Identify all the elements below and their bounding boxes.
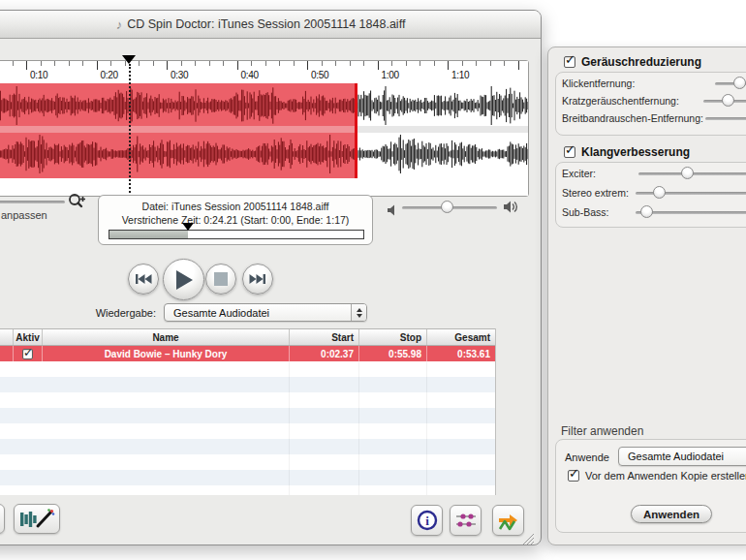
copy-before-apply-checkbox[interactable]	[568, 470, 579, 482]
table-empty-rows[interactable]	[0, 361, 495, 495]
title-bar[interactable]: ♪ CD Spin Doctor: iTunes Session 2005111…	[0, 11, 541, 39]
previous-button[interactable]	[128, 264, 159, 295]
popup-arrows-icon	[351, 304, 366, 321]
waveform-display[interactable]	[0, 83, 528, 196]
auto-define-tracks-button[interactable]	[14, 504, 60, 534]
sound-enhancement-checkbox[interactable]	[564, 146, 575, 158]
info-icon: i	[417, 510, 438, 531]
table-row-selected[interactable]: David Bowie – Hunky Dory 0:02.37 0:55.98…	[0, 346, 495, 361]
stereo-extreme-label: Stereo extrem:	[562, 187, 629, 199]
exciter-label: Exciter:	[562, 168, 596, 179]
playback-mode-popup[interactable]: Gesamte Audiodatei	[164, 303, 367, 322]
scratch-removal-label: Kratzgeräuschentfernung:	[562, 95, 679, 107]
table-header: Aktiv Name Start Stop Gesamt	[0, 328, 495, 346]
apply-button[interactable]: Anwenden	[631, 505, 712, 523]
sliders-icon	[454, 510, 478, 531]
row-start-cell: 0:02.37	[290, 346, 359, 361]
header-gesamt[interactable]: Gesamt	[427, 329, 495, 345]
playhead-marker[interactable]	[122, 55, 136, 64]
scratch-removal-slider[interactable]	[703, 100, 746, 103]
selection-waveform-1	[0, 85, 355, 126]
sub-bass-label: Sub-Bass:	[562, 206, 608, 218]
zoom-in-icon[interactable]	[67, 192, 86, 215]
noise-reduction-checkbox[interactable]	[564, 56, 575, 68]
click-removal-slider[interactable]	[715, 82, 746, 85]
elapsed-time-text: Verstrichene Zeit: 0:24.21 (Start: 0:00,…	[99, 214, 372, 226]
exciter-slider[interactable]	[638, 172, 746, 175]
row-gesamt-cell: 0:53.61	[427, 346, 495, 361]
apply-filter-title: Filter anwenden	[561, 424, 643, 438]
stereo-extreme-slider[interactable]	[636, 192, 746, 195]
progress-marker[interactable]	[182, 223, 194, 231]
playback-mode-value: Gesamte Audiodatei	[165, 307, 269, 319]
next-button[interactable]	[242, 264, 273, 295]
progress-fill	[109, 231, 188, 238]
noise-reduction-title: Geräuschreduzierung	[564, 55, 701, 69]
playhead-line	[129, 64, 131, 193]
apply-target-value: Gesamte Audiodatei	[619, 451, 724, 462]
header-aktiv[interactable]: Aktiv	[14, 329, 43, 345]
track-active-checkbox[interactable]	[22, 349, 33, 359]
header-cut-column[interactable]	[0, 329, 14, 345]
waveform-block: 0:100:200:300:400:501:001:10	[0, 60, 529, 197]
apply-target-popup[interactable]: Gesamte Audiodatei	[618, 447, 746, 466]
zoom-slider[interactable]	[0, 201, 65, 203]
file-info-box: Datei: iTunes Session 20051114 1848.aiff…	[98, 195, 373, 245]
selection-channel-gap	[0, 126, 355, 133]
music-note-icon: ♪	[116, 17, 123, 32]
row-aktiv-cell	[14, 346, 43, 361]
track-table: Aktiv Name Start Stop Gesamt David Bowie…	[0, 328, 496, 495]
anwende-label: Anwende	[565, 451, 609, 463]
click-removal-label: Klickentfernung:	[562, 78, 635, 89]
sound-enhancement-title: Klangverbesserung	[564, 145, 690, 159]
broadband-removal-label: Breitbandrauschen-Entfernung:	[562, 112, 703, 124]
filters-button[interactable]	[450, 505, 482, 536]
sub-bass-slider[interactable]	[636, 211, 746, 214]
file-name-text: Datei: iTunes Session 20051114 1848.aiff	[99, 201, 372, 212]
export-icon	[497, 510, 520, 531]
cutoff-toolbar-button[interactable]	[0, 504, 5, 534]
row-name-cell: David Bowie – Hunky Dory	[43, 346, 290, 361]
progress-bar	[109, 230, 364, 239]
timeline-ruler[interactable]: 0:100:200:300:400:501:001:10	[0, 61, 528, 84]
broadband-removal-slider[interactable]	[705, 117, 746, 120]
copy-before-apply-row: Vor dem Anwenden Kopie erstellen	[568, 470, 746, 482]
header-start[interactable]: Start	[290, 329, 359, 345]
row-cut-cell	[0, 346, 14, 361]
zoom-fit-label: anpassen	[1, 209, 47, 221]
main-window: ♪ CD Spin Doctor: iTunes Session 2005111…	[0, 10, 542, 545]
volume-slider[interactable]	[402, 206, 497, 209]
svg-text:i: i	[425, 513, 429, 528]
row-stop-cell: 0:55.98	[359, 346, 427, 361]
resize-grip[interactable]	[520, 531, 534, 545]
header-stop[interactable]: Stop	[359, 329, 427, 345]
playback-mode-label: Wiedergabe:	[59, 307, 156, 319]
stop-button[interactable]	[205, 264, 236, 295]
play-button[interactable]	[163, 259, 204, 300]
volume-high-icon	[503, 199, 519, 219]
window-title: CD Spin Doctor: iTunes Session 20051114 …	[127, 17, 405, 31]
header-name[interactable]: Name	[43, 329, 290, 345]
filter-panel: Geräuschreduzierung Klickentfernung: Kra…	[547, 47, 746, 545]
selection-end-line[interactable]	[355, 83, 357, 178]
selection-waveform-2	[0, 134, 355, 174]
volume-low-icon	[387, 202, 398, 220]
waveform-selection[interactable]	[0, 83, 355, 178]
magic-wand-icon	[18, 508, 55, 531]
info-button[interactable]: i	[411, 505, 443, 536]
